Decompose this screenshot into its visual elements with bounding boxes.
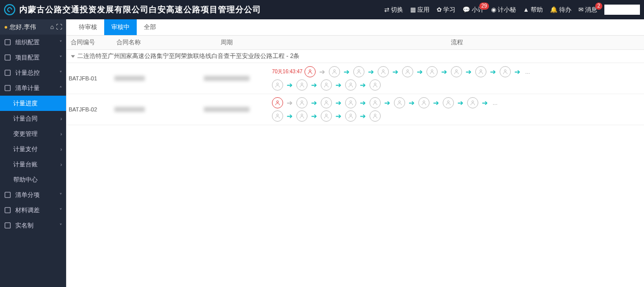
sidebar-item-10[interactable]: 清单分项˅ [0, 187, 66, 203]
user-greet: 您好,李伟 [10, 23, 36, 32]
arrow-right-icon: ➔ [414, 68, 425, 76]
tab-0[interactable]: 待审核 [72, 19, 104, 35]
header-nav: ⇄ 切换 ▦ 应用 ✿ 学习 💬 小计 29 ◉ 计小秘 ▲ 帮助 🔔 待办 [384, 5, 640, 15]
sidebar-item-label: 清单计量 [15, 84, 40, 93]
flow-node-icon[interactable] [426, 66, 438, 77]
sidebar-item-7[interactable]: 计量支付› [0, 141, 66, 157]
flow-node-icon[interactable] [467, 97, 478, 108]
flow-node-icon[interactable] [272, 97, 283, 108]
sidebar-item-12[interactable]: 实名制˅ [0, 218, 66, 233]
arrow-right-icon: ➔ [284, 112, 295, 120]
group-title: 二连浩特至广州国家高速公路集宁至阿荣旗联络线白音查干至安业段公路工程 - 2条 [77, 52, 299, 61]
home-icon[interactable]: ⌂ [50, 23, 54, 31]
nav-jixiaomi[interactable]: ◉ 计小秘 [491, 6, 516, 14]
flow-node-icon[interactable] [378, 66, 389, 77]
sidebar-item-3[interactable]: 清单计量˄ [0, 80, 66, 96]
flow-node-icon[interactable] [345, 97, 356, 108]
chevron-right-icon: › [60, 147, 62, 152]
grid-icon: ▦ [410, 6, 416, 13]
module-icon [4, 84, 11, 92]
sidebar-item-9[interactable]: 帮助中心 [0, 172, 66, 187]
sidebar-item-1[interactable]: 项目配置˅ [0, 50, 66, 65]
flow-node-icon[interactable] [451, 66, 462, 77]
flow-node-icon[interactable] [345, 79, 356, 91]
flow-node-icon[interactable] [370, 97, 381, 108]
main-content: 待审核审核中全部 合同编号 合同名称 周期 流程 二连浩特至广州国家高速公路集宁… [66, 19, 644, 287]
flow-node-icon[interactable] [353, 66, 364, 77]
module-icon [4, 54, 11, 61]
nav-message[interactable]: ✉ 消息 2 [578, 6, 597, 14]
arrow-right-icon: ➔ [479, 99, 490, 107]
flow-node-icon[interactable] [272, 110, 283, 122]
sidebar: ● 您好,李伟 ⌂ ⛶ 组织配置˅项目配置˅计量总控˅清单计量˄计量进度计量合同… [0, 19, 66, 287]
sidebar-item-label: 实名制 [15, 221, 34, 230]
flow-node-icon[interactable] [418, 97, 430, 108]
module-icon [4, 39, 11, 46]
chevron-down-icon: ˅ [59, 70, 62, 76]
flow-node-icon[interactable] [296, 97, 308, 108]
flow-line: ➔➔➔➔➔➔➔➔➔… [272, 97, 642, 108]
flow-node-icon[interactable] [394, 97, 405, 108]
sidebar-item-8[interactable]: 计量台账› [0, 157, 66, 172]
sidebar-item-label: 计量支付 [13, 145, 38, 154]
nav-todo[interactable]: 🔔 待办 [550, 6, 571, 14]
sidebar-item-label: 帮助中心 [13, 176, 38, 184]
tabs: 待审核审核中全部 [67, 19, 644, 36]
flow-node-icon[interactable] [370, 110, 381, 122]
app-title: 内蒙古公路交通投资发展有限公司白安高速公路项目管理分公司 [19, 5, 261, 15]
arrow-right-icon: ➔ [487, 68, 499, 76]
svg-rect-2 [5, 70, 11, 76]
module-icon [4, 69, 11, 76]
sidebar-item-6[interactable]: 变更管理› [0, 126, 66, 141]
svg-point-18 [325, 83, 327, 85]
flow-node-icon[interactable] [296, 110, 308, 122]
svg-point-20 [374, 83, 376, 85]
flow-node-icon[interactable] [321, 79, 332, 91]
arrow-right-icon: ➔ [382, 99, 393, 107]
svg-point-11 [407, 70, 409, 72]
search-input[interactable] [604, 5, 640, 15]
sidebar-item-label: 计量总控 [15, 69, 40, 77]
user-bar: ● 您好,李伟 ⌂ ⛶ [0, 19, 66, 35]
arrow-right-icon: ➔ [463, 68, 474, 76]
svg-point-28 [447, 101, 449, 103]
flow-node-icon[interactable] [443, 97, 454, 108]
flow-node-icon[interactable] [475, 66, 486, 77]
flow-node-icon[interactable] [500, 66, 511, 77]
svg-rect-0 [5, 40, 11, 45]
nav-apps[interactable]: ▦ 应用 [410, 6, 430, 14]
sidebar-item-11[interactable]: 材料调差˅ [0, 203, 66, 218]
col-flow: 流程 [270, 36, 644, 49]
tab-1[interactable]: 审核中 [104, 19, 137, 35]
nav-xiaoji[interactable]: 💬 小计 29 [463, 6, 484, 14]
sidebar-item-label: 清单分项 [15, 191, 40, 199]
flow-node-icon[interactable] [321, 110, 332, 122]
nav-switch-label: 切换 [391, 6, 403, 14]
svg-point-13 [455, 70, 457, 72]
nav-switch[interactable]: ⇄ 切换 [384, 6, 403, 14]
flow-line: ➔➔➔➔ [272, 79, 642, 91]
svg-point-26 [398, 101, 401, 103]
sidebar-item-0[interactable]: 组织配置˅ [0, 35, 66, 50]
col-contract-name: 合同名称 [112, 36, 183, 49]
bell-icon: 🔔 [550, 6, 558, 13]
nav-learn[interactable]: ✿ 学习 [437, 6, 455, 14]
flow-node-icon[interactable] [370, 79, 381, 91]
flow-node-icon[interactable] [304, 66, 316, 77]
sidebar-item-2[interactable]: 计量总控˅ [0, 65, 66, 80]
flow-node-icon[interactable] [329, 66, 340, 77]
flow-node-icon[interactable] [402, 66, 413, 77]
tab-2[interactable]: 全部 [137, 19, 163, 35]
cell-contract-no: BATJFB-01 [67, 63, 112, 94]
overdue-label: 70天16:43:47 [272, 68, 302, 75]
flow-node-icon[interactable] [321, 97, 332, 108]
group-header[interactable]: 二连浩特至广州国家高速公路集宁至阿荣旗联络线白音查干至安业段公路工程 - 2条 [67, 50, 644, 63]
flow-node-icon[interactable] [345, 110, 356, 122]
flow-node-icon[interactable] [272, 79, 283, 91]
sidebar-item-4[interactable]: 计量进度 [0, 96, 66, 111]
flow-node-icon[interactable] [296, 79, 308, 91]
sidebar-item-5[interactable]: 计量合同› [0, 111, 66, 126]
expand-icon[interactable]: ⛶ [56, 23, 62, 31]
arrow-right-icon: ➔ [309, 81, 320, 89]
nav-help[interactable]: ▲ 帮助 [523, 6, 543, 14]
